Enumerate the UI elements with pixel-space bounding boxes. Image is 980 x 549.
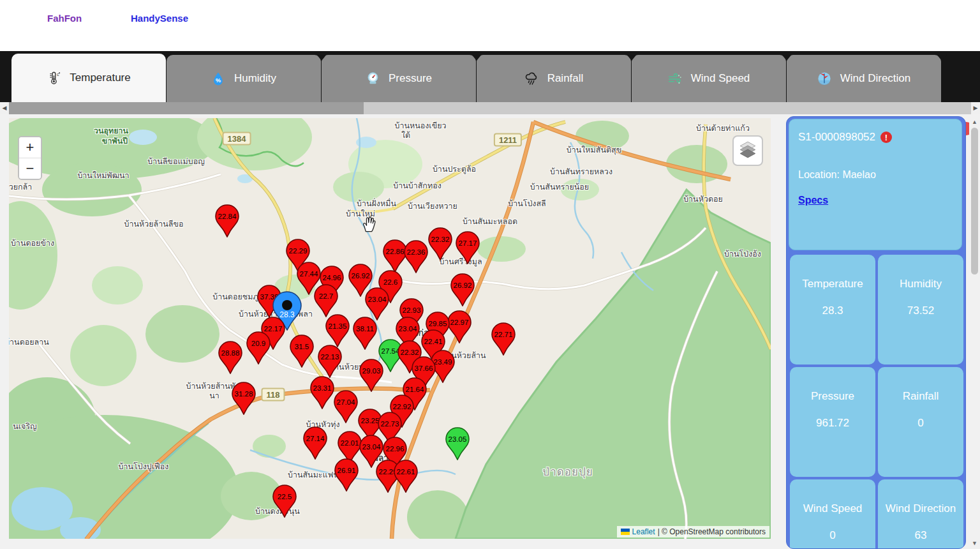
- station-marker-26.92[interactable]: 26.92: [450, 273, 475, 309]
- app-screen: FahFon HandySense cTemperature%HumidityP…: [0, 0, 980, 549]
- tab-humidity[interactable]: %Humidity: [167, 55, 321, 102]
- brand-fahfon-link[interactable]: FahFon: [47, 13, 82, 24]
- metric-label: Temperature: [790, 278, 875, 290]
- specs-link[interactable]: Specs: [798, 195, 828, 206]
- station-marker-26.91[interactable]: 26.91: [334, 458, 359, 494]
- tab-wind-speed[interactable]: Wind Speed: [632, 55, 786, 102]
- svg-text:31.28: 31.28: [235, 390, 253, 398]
- svg-text:22.84: 22.84: [218, 213, 237, 220]
- svg-text:23.04: 23.04: [362, 443, 381, 451]
- station-marker-28.88[interactable]: 28.88: [218, 341, 242, 377]
- metric-value: 73.52: [878, 305, 963, 317]
- station-marker-22.97[interactable]: 22.97: [447, 310, 471, 346]
- alert-icon: !: [880, 132, 892, 143]
- hscroll-left-arrow-icon[interactable]: ◀: [0, 102, 9, 114]
- tab-separator-notch: [781, 54, 792, 61]
- hscroll-right-arrow-icon[interactable]: ▶: [971, 102, 980, 114]
- metric-card-pressure: Pressure961.72: [790, 367, 875, 477]
- svg-text:22.73: 22.73: [381, 420, 399, 428]
- svg-text:38.11: 38.11: [356, 325, 374, 333]
- layers-control-button[interactable]: [732, 135, 763, 166]
- station-marker-27.17[interactable]: 27.17: [456, 231, 480, 267]
- tab-rainfall[interactable]: Rainfall: [477, 55, 631, 102]
- map[interactable]: วนอุทยานขาพันปีบ้านลีขอแม่บอญบ้านใหม่พัฒ…: [9, 118, 771, 539]
- metric-cards-grid: Temperature28.3Humidity73.52Pressure961.…: [789, 253, 965, 549]
- station-marker-23.05[interactable]: 23.05: [445, 427, 470, 463]
- metric-card-humidity: Humidity73.52: [878, 255, 963, 365]
- station-marker-29.03[interactable]: 29.03: [359, 359, 383, 395]
- hscroll-thumb[interactable]: [9, 102, 364, 114]
- tab-label: Humidity: [234, 72, 276, 85]
- station-marker-27.04[interactable]: 27.04: [334, 390, 358, 426]
- station-marker-23.31[interactable]: 23.31: [310, 376, 334, 412]
- svg-text:22.86: 22.86: [386, 248, 405, 255]
- svg-text:22.32: 22.32: [431, 236, 450, 243]
- station-marker-22.13[interactable]: 22.13: [318, 345, 342, 380]
- metric-value: 961.72: [790, 417, 875, 430]
- station-marker-22.32[interactable]: 22.32: [428, 227, 452, 263]
- tab-strip: cTemperature%HumidityPressureRainfallWin…: [0, 51, 980, 102]
- station-marker-27.14[interactable]: 27.14: [303, 426, 327, 462]
- tab-label: Pressure: [389, 72, 432, 85]
- svg-text:22.61: 22.61: [397, 468, 415, 476]
- svg-text:%: %: [216, 77, 221, 84]
- svg-text:29.85: 29.85: [429, 320, 447, 327]
- brand-handysense-link[interactable]: HandySense: [131, 13, 188, 24]
- station-marker-20.9[interactable]: 20.9: [246, 331, 271, 367]
- zoom-in-button[interactable]: +: [19, 137, 41, 158]
- route-badge-1384: 1384: [223, 132, 251, 146]
- svg-text:26.91: 26.91: [338, 467, 356, 474]
- station-marker-31.5[interactable]: 31.5: [290, 335, 314, 370]
- thermometer-icon: c: [47, 71, 61, 85]
- metric-card-wind-speed: Wind Speed0: [790, 479, 875, 549]
- svg-text:22.92: 22.92: [393, 403, 412, 410]
- svg-text:22.93: 22.93: [403, 306, 421, 314]
- route-badge-1211: 1211: [494, 133, 522, 147]
- station-marker-22.84[interactable]: 22.84: [215, 204, 239, 240]
- leaflet-link[interactable]: Leaflet: [632, 527, 655, 536]
- svg-text:21.35: 21.35: [329, 322, 347, 330]
- sensor-info-card: S1-0000898052 ! Location: Maelao Specs: [789, 119, 962, 250]
- windsock-icon: [817, 71, 831, 86]
- layers-icon: [739, 140, 757, 161]
- metric-value: 63: [878, 529, 963, 542]
- metric-value: 0: [790, 529, 875, 542]
- wind-icon: [668, 71, 682, 86]
- svg-text:22.7: 22.7: [319, 292, 333, 300]
- zoom-out-button[interactable]: −: [19, 158, 41, 179]
- horizontal-scrollbar[interactable]: ◀ ▶: [0, 102, 980, 114]
- svg-text:22.97: 22.97: [450, 319, 469, 326]
- osm-attribution-link[interactable]: | © OpenStreetMap contributors: [658, 527, 766, 536]
- svg-text:22.6: 22.6: [383, 278, 397, 286]
- map-attribution: Leaflet | © OpenStreetMap contributors: [617, 526, 769, 538]
- vscroll-down-arrow-icon[interactable]: ▼: [969, 539, 980, 548]
- svg-text:27.14: 27.14: [306, 435, 325, 442]
- svg-text:20.9: 20.9: [251, 340, 265, 347]
- sensor-panel: S1-0000898052 ! Location: Maelao Specs T…: [786, 116, 966, 549]
- svg-text:22.5: 22.5: [278, 493, 292, 500]
- vscroll-up-arrow-icon[interactable]: ▲: [969, 117, 980, 126]
- rain-cloud-icon: [524, 71, 538, 86]
- vscroll-thumb[interactable]: [971, 128, 978, 274]
- tab-wind-direction[interactable]: Wind Direction: [787, 55, 941, 102]
- route-badge-118: 118: [262, 388, 285, 402]
- svg-text:22.36: 22.36: [407, 248, 426, 256]
- station-marker-22.71[interactable]: 22.71: [491, 322, 516, 358]
- station-marker-22.36[interactable]: 22.36: [404, 240, 428, 276]
- top-nav: FahFon HandySense: [0, 0, 980, 51]
- svg-text:26.92: 26.92: [454, 282, 472, 289]
- tab-separator-notch: [316, 54, 327, 61]
- station-marker-38.11[interactable]: 38.11: [353, 317, 377, 352]
- svg-text:29.03: 29.03: [362, 367, 381, 375]
- vertical-scrollbar[interactable]: ▲ ▼: [969, 116, 980, 549]
- tab-temperature[interactable]: cTemperature: [11, 54, 166, 102]
- station-marker-31.28[interactable]: 31.28: [232, 382, 256, 417]
- svg-text:23.31: 23.31: [313, 384, 332, 392]
- svg-text:23.05: 23.05: [449, 435, 467, 443]
- station-marker-22.5[interactable]: 22.5: [272, 485, 297, 520]
- svg-text:23.25: 23.25: [361, 417, 380, 425]
- svg-text:27.17: 27.17: [459, 239, 477, 247]
- tab-pressure[interactable]: Pressure: [322, 55, 476, 102]
- station-marker-22.61[interactable]: 22.61: [394, 460, 418, 495]
- svg-text:22.13: 22.13: [321, 353, 339, 361]
